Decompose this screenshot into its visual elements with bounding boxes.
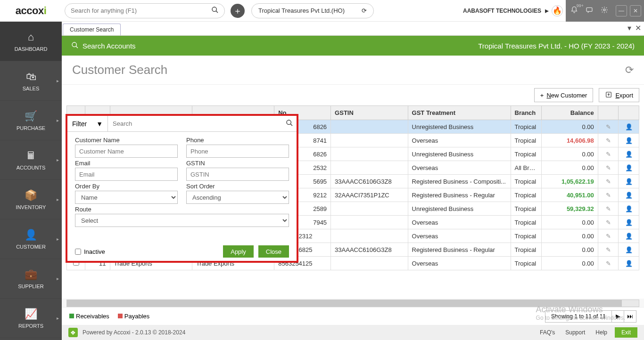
svg-line-5 [76,46,78,48]
user-icon[interactable]: 👤 [619,216,639,229]
search-icon [71,41,79,50]
tab-dropdown-icon[interactable]: ▾ [627,24,631,32]
search-icon[interactable] [282,119,297,129]
edit-icon[interactable]: ✎ [598,202,619,216]
footer-link-support[interactable]: Support [565,329,585,336]
fire-icon[interactable]: 🔥 [552,5,563,16]
sidebar-item-customer[interactable]: 👤CUSTOMER▸ [0,219,62,259]
cell-branch: Tropical [511,147,541,161]
sidebar-label: ACCOUNTS [17,165,46,170]
pager-last[interactable]: ⏭ [624,311,636,322]
chat-icon[interactable] [585,6,594,16]
edit-icon[interactable]: ✎ [598,188,619,202]
lbl-customer-name: Customer Name [75,137,178,144]
chevron-right-icon: ▸ [57,157,59,162]
gear-icon[interactable] [600,6,609,16]
calculator-icon: 🖩 [26,150,36,162]
col-balance[interactable]: Balance [541,106,598,120]
sidebar-item-accounts[interactable]: 🖩ACCOUNTS▸ [0,140,62,180]
edit-icon[interactable]: ✎ [598,243,619,257]
input-phone[interactable] [186,145,289,158]
user-icon[interactable]: 👤 [619,229,639,243]
edit-icon[interactable]: ✎ [598,120,619,134]
close-filter-button[interactable]: Close [258,245,289,258]
edit-icon[interactable]: ✎ [598,175,619,188]
col-branch[interactable]: Branch [511,106,541,120]
tab-customer-search[interactable]: Customer Search [63,24,121,35]
edit-icon[interactable]: ✎ [598,229,619,243]
user-icon[interactable]: 👤 [619,257,639,270]
lbl-route: Route [75,206,289,213]
select-sortorder[interactable]: Ascending [186,191,289,204]
col-gst-treatment[interactable]: GST Treatment [408,106,511,120]
edit-icon[interactable]: ✎ [598,216,619,229]
select-orderby[interactable]: Name [75,191,178,204]
apply-button[interactable]: Apply [223,245,254,258]
user-icon[interactable]: 👤 [619,147,639,161]
edit-icon[interactable]: ✎ [598,161,619,175]
footer-link-faq[interactable]: FAQ's [540,329,555,336]
user-icon[interactable]: 👤 [619,175,639,188]
sidebar-item-reports[interactable]: 📈REPORTS▸ [0,299,62,338]
legend-row: Receivables Payables Showing 1 to 11 of … [62,307,644,325]
inactive-checkbox-label[interactable]: Inactive [75,248,105,255]
bell-icon[interactable]: 99+ [570,6,579,16]
pager: Showing 1 to 11 of 11 ▶ ⏭ [545,310,636,323]
filter-search-input[interactable] [108,116,282,131]
user-icon[interactable]: 👤 [619,202,639,216]
refresh-icon[interactable]: ⟳ [625,64,634,76]
export-button[interactable]: Export [599,88,639,102]
cell-gstin [331,216,408,229]
svg-point-7 [287,120,291,124]
cell-balance: 0.00 [541,229,598,243]
edit-icon[interactable]: ✎ [598,134,619,147]
svg-point-0 [212,7,216,11]
toolbar: + New Customer Export [62,85,644,105]
edit-icon[interactable]: ✎ [598,257,619,270]
cell-gstin: 33AAACC6106G3Z8 [331,175,408,188]
user-icon[interactable]: 👤 [619,134,639,147]
input-email[interactable] [75,168,178,181]
global-search[interactable] [65,3,225,18]
pager-next[interactable]: ▶ [611,311,624,322]
col-gstin[interactable]: GSTIN [331,106,408,120]
input-gstin[interactable] [186,168,289,181]
cell-balance: 14,606.98 [541,134,598,147]
cell-gstin [331,120,408,134]
global-search-input[interactable] [71,7,211,14]
tab-close-icon[interactable]: ✕ [635,24,641,32]
sidebar-item-sales[interactable]: 🛍SALES▸ [0,61,62,101]
user-icon[interactable]: 👤 [619,243,639,257]
sidebar-item-inventory[interactable]: 📦INVENTORY▸ [0,180,62,219]
sidebar-item-purchase[interactable]: 🛒PURCHASE▸ [0,101,62,140]
tab-strip: Customer Search ▾ ✕ [62,22,644,36]
pager-text: Showing 1 to 11 of 11 [545,313,611,320]
sidebar-item-dashboard[interactable]: ⌂DASHBOARD [0,22,62,61]
sidebar-item-supplier[interactable]: 💼SUPPLIER▸ [0,259,62,299]
horizontal-scrollbar[interactable] [66,300,639,307]
cell-balance: 0.00 [541,257,598,270]
chevron-right-icon: ▸ [57,118,59,123]
cell-gstin: 33AAACC6106G3Z8 [331,243,408,257]
cell-gst: Registered Business - Regular [408,188,511,202]
user-icon[interactable]: 👤 [619,161,639,175]
new-customer-button[interactable]: + New Customer [534,88,594,102]
lbl-sortorder: Sort Order [186,183,289,190]
exit-button[interactable]: Exit [615,327,637,338]
input-customer-name[interactable] [75,145,178,158]
org-selector[interactable]: Tropical Treasures Pvt Ltd.(HO) ⟳ [251,3,374,18]
close-button[interactable]: ✕ [630,5,641,16]
edit-icon[interactable]: ✎ [598,147,619,161]
inactive-checkbox[interactable] [75,249,81,255]
select-route[interactable]: Select [75,214,289,227]
footer-link-help[interactable]: Help [595,329,607,336]
footer: ❖ Powered by Accoxi - 2.0.13 © 2018-2024… [62,325,644,340]
add-button[interactable]: ＋ [231,4,245,18]
user-icon[interactable]: 👤 [619,120,639,134]
cell-gstin [331,134,408,147]
user-icon[interactable]: 👤 [619,188,639,202]
topbar: accoxi ＋ Tropical Treasures Pvt Ltd.(HO)… [0,0,644,22]
filter-toggle[interactable]: Filter▼ [67,116,108,131]
minimize-button[interactable]: — [616,5,627,16]
cell-balance: 0.00 [541,216,598,229]
